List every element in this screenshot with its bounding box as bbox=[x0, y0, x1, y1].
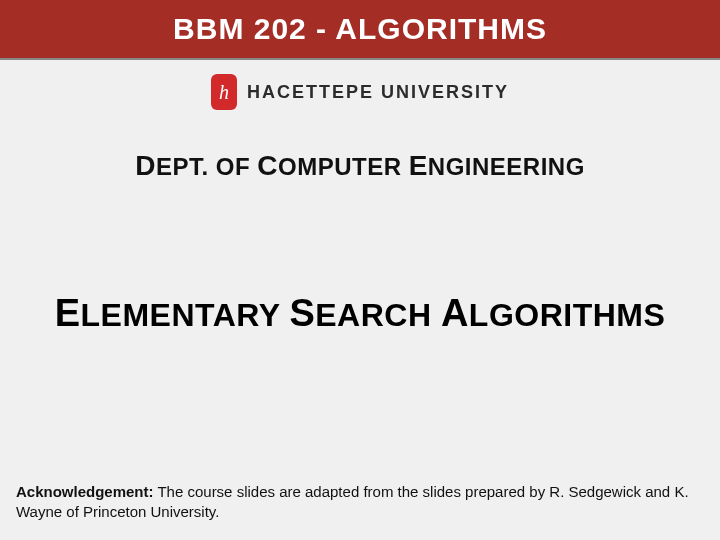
acknowledgement: Acknowledgement: The course slides are a… bbox=[16, 482, 704, 523]
department-line: DEPT. OF COMPUTER ENGINEERING bbox=[0, 150, 720, 182]
logo-glyph: h bbox=[219, 82, 229, 102]
university-name: HACETTEPE UNIVERSITY bbox=[247, 82, 509, 103]
header-bar: BBM 202 - ALGORITHMS bbox=[0, 0, 720, 60]
course-title: BBM 202 - ALGORITHMS bbox=[173, 12, 547, 46]
hacettepe-logo-icon: h bbox=[211, 74, 237, 110]
topic-title: ELEMENTARY SEARCH ALGORITHMS bbox=[0, 292, 720, 335]
acknowledgement-label: Acknowledgement: bbox=[16, 483, 154, 500]
university-logo-row: h HACETTEPE UNIVERSITY bbox=[0, 74, 720, 110]
